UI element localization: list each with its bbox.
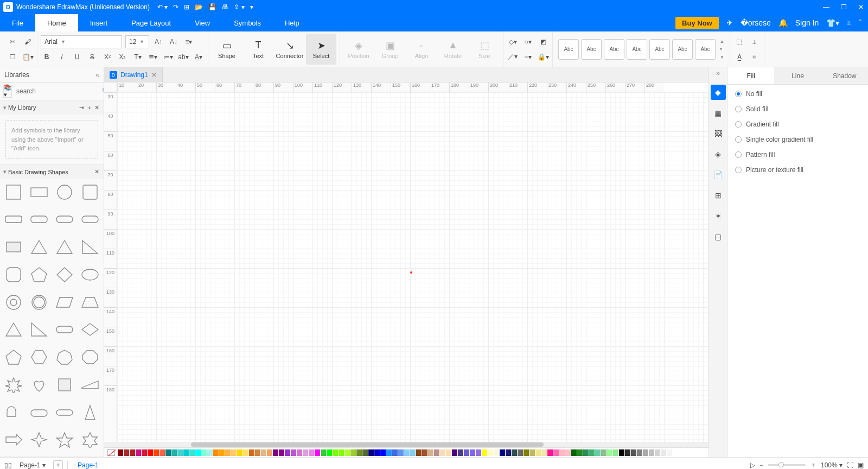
line-icon[interactable]: ／▾ <box>507 51 519 63</box>
page-tab[interactable]: Page-1 <box>72 461 104 469</box>
sign-in-link[interactable]: Sign In <box>795 18 819 27</box>
style-preset-7[interactable]: Abc <box>695 39 716 60</box>
zoom-out-icon[interactable]: − <box>760 461 763 469</box>
color-swatch[interactable] <box>261 449 266 456</box>
align-text-icon[interactable]: ≡▾ <box>183 36 195 48</box>
color-swatch[interactable] <box>267 449 272 456</box>
underline-icon[interactable]: U <box>71 51 83 63</box>
color-swatch[interactable] <box>285 449 290 456</box>
color-swatch[interactable] <box>595 449 601 456</box>
text-spacing-icon[interactable]: T▾ <box>132 51 144 63</box>
line-spacing-icon[interactable]: ≣▾ <box>147 51 159 63</box>
shape-octagon[interactable] <box>79 347 100 367</box>
subscript-icon[interactable]: X₂ <box>117 51 129 63</box>
color-swatch[interactable] <box>303 449 308 456</box>
shape-diamond[interactable] <box>54 265 75 284</box>
menu-insert[interactable]: Insert <box>78 14 120 31</box>
color-swatch[interactable] <box>470 449 475 456</box>
color-swatch[interactable] <box>655 449 660 456</box>
fill-option[interactable]: Pattern fill <box>735 151 860 159</box>
shape-triangle-2[interactable] <box>54 237 75 257</box>
color-swatch[interactable] <box>362 449 368 456</box>
style-preset-2[interactable]: Abc <box>581 39 602 60</box>
page-icon[interactable]: 📄 <box>711 167 726 182</box>
shape-tall-triangle[interactable] <box>79 403 100 422</box>
menu-page-layout[interactable]: Page Layout <box>119 14 183 31</box>
shape-rounded-rect-1[interactable] <box>3 210 24 229</box>
color-swatch[interactable] <box>482 449 487 456</box>
buy-now-button[interactable]: Buy Now <box>675 17 719 29</box>
page-list-icon[interactable]: ▯▯ <box>4 461 12 469</box>
select-tool[interactable]: ➤Select <box>306 34 336 65</box>
fill-option[interactable]: Gradient fill <box>735 121 860 128</box>
color-swatch[interactable] <box>297 449 302 456</box>
color-swatch[interactable] <box>416 449 422 456</box>
font-size-select[interactable]: 12▼ <box>125 35 149 48</box>
color-swatch[interactable] <box>577 449 583 456</box>
fill-option[interactable]: Solid fill <box>735 105 860 113</box>
format-painter-icon[interactable]: 🖌 <box>22 36 34 48</box>
color-swatch[interactable] <box>321 449 326 456</box>
style-up-icon[interactable]: ▲ <box>720 39 724 44</box>
bullet-list-icon[interactable]: ≔▾ <box>162 51 174 63</box>
shape-capsule[interactable] <box>54 403 75 422</box>
color-swatch[interactable] <box>613 449 618 456</box>
group-button[interactable]: ▣Group <box>375 34 405 65</box>
color-swatch[interactable] <box>506 449 511 456</box>
color-swatch[interactable] <box>142 449 147 456</box>
shape-arrow-right[interactable] <box>3 430 24 449</box>
color-swatch[interactable] <box>279 449 284 456</box>
shape-circle[interactable] <box>54 182 75 202</box>
shape-parallelogram[interactable] <box>54 293 75 312</box>
color-swatch[interactable] <box>273 449 278 456</box>
shape-ellipse[interactable] <box>79 265 100 284</box>
color-swatch[interactable] <box>589 449 595 456</box>
shape-style-icon[interactable]: ○▾ <box>522 36 534 48</box>
shadow-icon[interactable]: ◩ <box>537 36 549 48</box>
style-preset-3[interactable]: Abc <box>604 39 624 60</box>
menu-file[interactable]: File <box>0 14 35 31</box>
add-page-button[interactable]: ＋ <box>53 460 63 470</box>
close-mylib-icon[interactable]: ✕ <box>93 104 100 111</box>
fill-option[interactable]: Picture or texture fill <box>735 166 860 174</box>
dimension-icon[interactable]: ⊞ <box>711 188 726 203</box>
shape-pill[interactable] <box>54 320 75 339</box>
color-swatch[interactable] <box>291 449 296 456</box>
color-swatch[interactable] <box>625 449 630 456</box>
increase-font-icon[interactable]: A↑ <box>152 36 164 48</box>
collapse-left-icon[interactable]: « <box>95 71 99 79</box>
shape-filled-rect[interactable] <box>3 237 24 257</box>
new-icon[interactable]: ⊞ <box>184 3 189 11</box>
shape-square[interactable] <box>3 182 24 202</box>
color-swatch[interactable] <box>148 449 153 456</box>
document-tab[interactable]: D Drawing1 ✕ <box>104 67 163 82</box>
color-swatch[interactable] <box>440 449 445 456</box>
color-swatch[interactable] <box>213 449 219 456</box>
color-swatch[interactable] <box>159 449 165 456</box>
print-icon[interactable]: 🖶 <box>222 3 228 11</box>
menu-view[interactable]: View <box>183 14 222 31</box>
open-icon[interactable]: 📂 <box>195 3 203 11</box>
shape-triangle-1[interactable] <box>29 237 50 257</box>
position-button[interactable]: ◈Position <box>343 34 374 65</box>
style-preset-1[interactable]: Abc <box>558 39 579 60</box>
color-swatch[interactable] <box>529 449 535 456</box>
redo-icon[interactable]: ↷ <box>173 3 178 11</box>
color-swatch[interactable] <box>404 449 410 456</box>
color-swatch[interactable] <box>565 449 571 456</box>
layers-icon[interactable]: ◈ <box>711 147 726 162</box>
page-select[interactable]: Page-1 ▾ <box>16 460 49 470</box>
color-swatch[interactable] <box>667 449 672 456</box>
shape-rounded-sq-2[interactable] <box>3 265 24 284</box>
shape-tool[interactable]: ▭Shape <box>212 34 242 65</box>
color-swatch[interactable] <box>118 449 123 456</box>
send-icon[interactable]: ✈ <box>726 18 733 27</box>
color-swatch[interactable] <box>237 449 242 456</box>
color-swatch[interactable] <box>524 449 529 456</box>
color-swatch[interactable] <box>619 449 624 456</box>
strike-icon[interactable]: S <box>86 51 98 63</box>
zoom-value[interactable]: 100% ▾ <box>821 461 843 469</box>
minimize-button[interactable]: — <box>822 3 830 11</box>
undo-icon[interactable]: ↶ ▾ <box>157 3 168 11</box>
shape-stadium[interactable] <box>79 210 100 229</box>
